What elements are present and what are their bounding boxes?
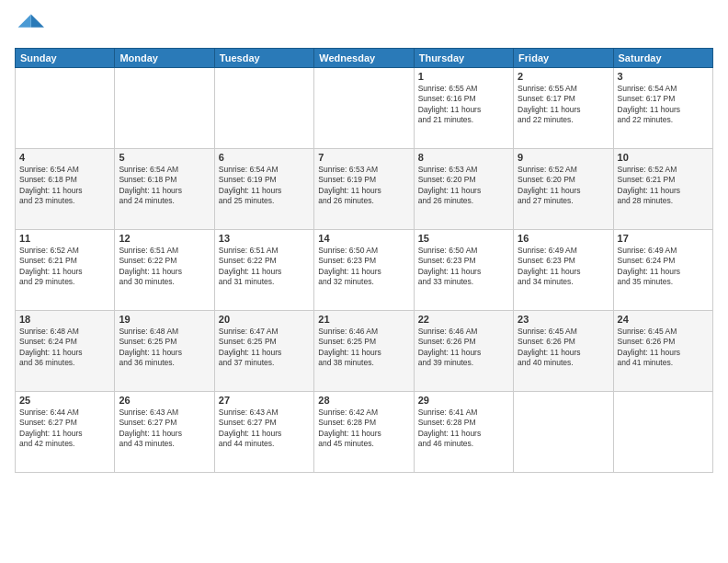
header-day-thursday: Thursday bbox=[414, 49, 513, 68]
day-info: Sunrise: 6:44 AM Sunset: 6:27 PM Dayligh… bbox=[19, 408, 110, 450]
calendar-cell: 2Sunrise: 6:55 AM Sunset: 6:17 PM Daylig… bbox=[514, 68, 613, 149]
calendar-cell: 10Sunrise: 6:52 AM Sunset: 6:21 PM Dayli… bbox=[613, 149, 712, 230]
day-number: 14 bbox=[318, 233, 409, 244]
day-number: 1 bbox=[418, 71, 509, 82]
day-info: Sunrise: 6:52 AM Sunset: 6:21 PM Dayligh… bbox=[618, 165, 709, 207]
calendar-cell: 27Sunrise: 6:43 AM Sunset: 6:27 PM Dayli… bbox=[214, 392, 313, 473]
calendar-cell bbox=[314, 68, 414, 149]
calendar-cell bbox=[613, 392, 712, 473]
day-info: Sunrise: 6:43 AM Sunset: 6:27 PM Dayligh… bbox=[119, 408, 210, 450]
calendar-cell: 23Sunrise: 6:45 AM Sunset: 6:26 PM Dayli… bbox=[514, 311, 613, 392]
calendar-cell: 3Sunrise: 6:54 AM Sunset: 6:17 PM Daylig… bbox=[613, 68, 712, 149]
day-number: 19 bbox=[119, 314, 210, 325]
day-info: Sunrise: 6:54 AM Sunset: 6:19 PM Dayligh… bbox=[219, 165, 310, 207]
day-number: 20 bbox=[219, 314, 310, 325]
day-number: 29 bbox=[418, 395, 509, 406]
day-number: 22 bbox=[418, 314, 509, 325]
day-info: Sunrise: 6:55 AM Sunset: 6:16 PM Dayligh… bbox=[418, 84, 509, 126]
day-info: Sunrise: 6:50 AM Sunset: 6:23 PM Dayligh… bbox=[418, 246, 509, 288]
day-number: 21 bbox=[318, 314, 409, 325]
day-number: 24 bbox=[618, 314, 709, 325]
calendar-cell: 9Sunrise: 6:52 AM Sunset: 6:20 PM Daylig… bbox=[514, 149, 613, 230]
week-row-4: 25Sunrise: 6:44 AM Sunset: 6:27 PM Dayli… bbox=[16, 392, 713, 473]
header-day-sunday: Sunday bbox=[16, 49, 115, 68]
day-number: 2 bbox=[518, 71, 609, 82]
day-number: 7 bbox=[318, 152, 409, 163]
day-number: 17 bbox=[618, 233, 709, 244]
calendar-cell bbox=[16, 68, 115, 149]
calendar-cell: 29Sunrise: 6:41 AM Sunset: 6:28 PM Dayli… bbox=[414, 392, 513, 473]
day-number: 4 bbox=[19, 152, 110, 163]
calendar: SundayMondayTuesdayWednesdayThursdayFrid… bbox=[15, 48, 713, 473]
day-info: Sunrise: 6:45 AM Sunset: 6:26 PM Dayligh… bbox=[618, 327, 709, 369]
calendar-cell: 20Sunrise: 6:47 AM Sunset: 6:25 PM Dayli… bbox=[214, 311, 313, 392]
day-number: 6 bbox=[219, 152, 310, 163]
svg-marker-1 bbox=[18, 15, 31, 28]
calendar-cell: 19Sunrise: 6:48 AM Sunset: 6:25 PM Dayli… bbox=[115, 311, 214, 392]
day-number: 26 bbox=[119, 395, 210, 406]
header-day-monday: Monday bbox=[115, 49, 214, 68]
day-info: Sunrise: 6:53 AM Sunset: 6:19 PM Dayligh… bbox=[318, 165, 409, 207]
day-info: Sunrise: 6:55 AM Sunset: 6:17 PM Dayligh… bbox=[518, 84, 609, 126]
day-number: 11 bbox=[19, 233, 110, 244]
week-row-2: 11Sunrise: 6:52 AM Sunset: 6:21 PM Dayli… bbox=[16, 230, 713, 311]
day-info: Sunrise: 6:47 AM Sunset: 6:25 PM Dayligh… bbox=[219, 327, 310, 369]
header bbox=[15, 11, 713, 40]
header-day-friday: Friday bbox=[514, 49, 613, 68]
logo bbox=[15, 11, 48, 40]
logo-icon bbox=[15, 11, 44, 40]
calendar-cell: 16Sunrise: 6:49 AM Sunset: 6:23 PM Dayli… bbox=[514, 230, 613, 311]
day-info: Sunrise: 6:41 AM Sunset: 6:28 PM Dayligh… bbox=[418, 408, 509, 450]
day-info: Sunrise: 6:49 AM Sunset: 6:23 PM Dayligh… bbox=[518, 246, 609, 288]
calendar-cell: 5Sunrise: 6:54 AM Sunset: 6:18 PM Daylig… bbox=[115, 149, 214, 230]
week-row-0: 1Sunrise: 6:55 AM Sunset: 6:16 PM Daylig… bbox=[16, 68, 713, 149]
day-info: Sunrise: 6:52 AM Sunset: 6:20 PM Dayligh… bbox=[518, 165, 609, 207]
day-info: Sunrise: 6:42 AM Sunset: 6:28 PM Dayligh… bbox=[318, 408, 409, 450]
day-info: Sunrise: 6:51 AM Sunset: 6:22 PM Dayligh… bbox=[119, 246, 210, 288]
day-info: Sunrise: 6:49 AM Sunset: 6:24 PM Dayligh… bbox=[618, 246, 709, 288]
day-number: 27 bbox=[219, 395, 310, 406]
day-number: 8 bbox=[418, 152, 509, 163]
calendar-cell: 13Sunrise: 6:51 AM Sunset: 6:22 PM Dayli… bbox=[214, 230, 313, 311]
day-info: Sunrise: 6:52 AM Sunset: 6:21 PM Dayligh… bbox=[19, 246, 110, 288]
calendar-cell: 4Sunrise: 6:54 AM Sunset: 6:18 PM Daylig… bbox=[16, 149, 115, 230]
calendar-cell: 12Sunrise: 6:51 AM Sunset: 6:22 PM Dayli… bbox=[115, 230, 214, 311]
calendar-cell: 24Sunrise: 6:45 AM Sunset: 6:26 PM Dayli… bbox=[613, 311, 712, 392]
day-info: Sunrise: 6:54 AM Sunset: 6:18 PM Dayligh… bbox=[19, 165, 110, 207]
day-number: 16 bbox=[518, 233, 609, 244]
calendar-cell: 26Sunrise: 6:43 AM Sunset: 6:27 PM Dayli… bbox=[115, 392, 214, 473]
calendar-header: SundayMondayTuesdayWednesdayThursdayFrid… bbox=[16, 49, 713, 68]
day-info: Sunrise: 6:54 AM Sunset: 6:17 PM Dayligh… bbox=[618, 84, 709, 126]
calendar-cell: 1Sunrise: 6:55 AM Sunset: 6:16 PM Daylig… bbox=[414, 68, 513, 149]
calendar-cell: 25Sunrise: 6:44 AM Sunset: 6:27 PM Dayli… bbox=[16, 392, 115, 473]
header-day-saturday: Saturday bbox=[613, 49, 712, 68]
calendar-cell: 6Sunrise: 6:54 AM Sunset: 6:19 PM Daylig… bbox=[214, 149, 313, 230]
day-number: 3 bbox=[618, 71, 709, 82]
calendar-cell: 22Sunrise: 6:46 AM Sunset: 6:26 PM Dayli… bbox=[414, 311, 513, 392]
day-number: 28 bbox=[318, 395, 409, 406]
calendar-cell: 17Sunrise: 6:49 AM Sunset: 6:24 PM Dayli… bbox=[613, 230, 712, 311]
calendar-cell: 8Sunrise: 6:53 AM Sunset: 6:20 PM Daylig… bbox=[414, 149, 513, 230]
calendar-cell bbox=[514, 392, 613, 473]
day-info: Sunrise: 6:48 AM Sunset: 6:24 PM Dayligh… bbox=[19, 327, 110, 369]
header-day-wednesday: Wednesday bbox=[314, 49, 414, 68]
calendar-cell: 18Sunrise: 6:48 AM Sunset: 6:24 PM Dayli… bbox=[16, 311, 115, 392]
day-info: Sunrise: 6:45 AM Sunset: 6:26 PM Dayligh… bbox=[518, 327, 609, 369]
calendar-cell: 7Sunrise: 6:53 AM Sunset: 6:19 PM Daylig… bbox=[314, 149, 414, 230]
day-info: Sunrise: 6:50 AM Sunset: 6:23 PM Dayligh… bbox=[318, 246, 409, 288]
day-number: 13 bbox=[219, 233, 310, 244]
day-number: 12 bbox=[119, 233, 210, 244]
day-number: 5 bbox=[119, 152, 210, 163]
day-number: 15 bbox=[418, 233, 509, 244]
day-number: 10 bbox=[618, 152, 709, 163]
day-info: Sunrise: 6:51 AM Sunset: 6:22 PM Dayligh… bbox=[219, 246, 310, 288]
day-info: Sunrise: 6:48 AM Sunset: 6:25 PM Dayligh… bbox=[119, 327, 210, 369]
day-info: Sunrise: 6:46 AM Sunset: 6:25 PM Dayligh… bbox=[318, 327, 409, 369]
day-info: Sunrise: 6:53 AM Sunset: 6:20 PM Dayligh… bbox=[418, 165, 509, 207]
day-info: Sunrise: 6:54 AM Sunset: 6:18 PM Dayligh… bbox=[119, 165, 210, 207]
week-row-1: 4Sunrise: 6:54 AM Sunset: 6:18 PM Daylig… bbox=[16, 149, 713, 230]
day-number: 23 bbox=[518, 314, 609, 325]
calendar-cell: 15Sunrise: 6:50 AM Sunset: 6:23 PM Dayli… bbox=[414, 230, 513, 311]
calendar-cell: 21Sunrise: 6:46 AM Sunset: 6:25 PM Dayli… bbox=[314, 311, 414, 392]
calendar-cell bbox=[214, 68, 313, 149]
